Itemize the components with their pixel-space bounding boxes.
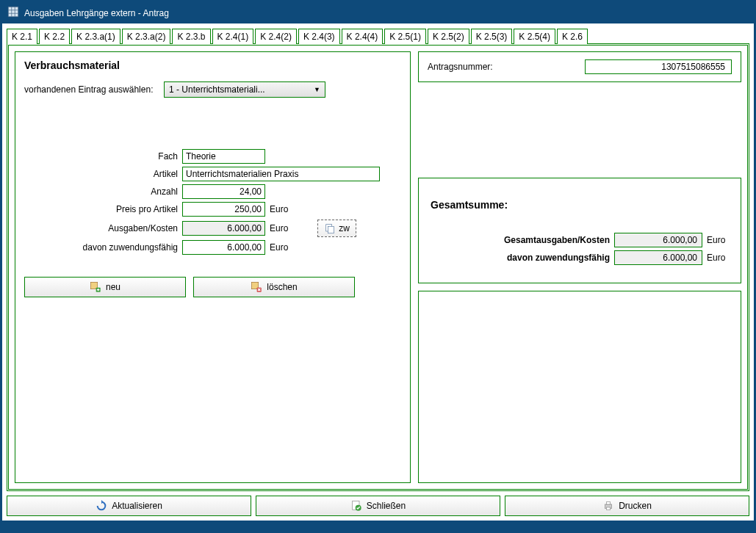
main-panel: Verbrauchsmaterial vorhandenen Eintrag a…	[7, 43, 749, 491]
svg-rect-0	[8, 7, 18, 17]
svg-rect-19	[606, 502, 610, 504]
copy-icon	[324, 222, 336, 234]
ausgaben-value	[182, 221, 265, 236]
fach-input[interactable]	[182, 149, 265, 164]
selector-label: vorhandenen Eintrag auswählen:	[24, 84, 156, 95]
antragsnummer-label: Antragsnummer:	[428, 62, 493, 72]
anzahl-label: Anzahl	[24, 186, 182, 197]
add-icon	[90, 281, 101, 293]
tab-bar: K 2.1K 2.2K 2.3.a(1)K 2.3.a(2)K 2.3.bK 2…	[7, 28, 749, 43]
tab-k252[interactable]: K 2.5(2)	[428, 29, 469, 44]
ausgaben-label: Ausgaben/Kosten	[24, 223, 182, 233]
section-title: Verbrauchsmaterial	[24, 59, 401, 71]
tab-k241[interactable]: K 2.4(1)	[212, 29, 254, 44]
summary-title: Gesamtsumme:	[431, 199, 729, 211]
svg-marker-15	[101, 500, 104, 504]
dropdown-value: 1 - Unterrichtsmateriali...	[169, 84, 265, 95]
aktualisieren-button[interactable]: Aktualisieren	[7, 496, 251, 516]
titlebar: Ausgaben Lehrgänge extern - Antrag	[2, 2, 754, 23]
neu-button[interactable]: neu	[24, 277, 186, 297]
gesamt-label: Gesamtausgaben/Kosten	[504, 235, 610, 245]
gesamt-unit: Euro	[707, 235, 729, 245]
artikel-input[interactable]	[182, 167, 380, 181]
empty-panel	[418, 291, 741, 483]
zw-button[interactable]: zw	[317, 220, 356, 237]
drucken-button[interactable]: Drucken	[505, 496, 749, 516]
sum-zuwendung-unit: Euro	[707, 253, 729, 263]
preis-input[interactable]	[182, 202, 265, 217]
tab-k254[interactable]: K 2.5(4)	[514, 29, 555, 44]
close-doc-icon	[350, 500, 362, 512]
summary-box: Gesamtsumme: Gesamtausgaben/Kosten 6.000…	[418, 178, 741, 283]
window-title: Ausgaben Lehrgänge extern - Antrag	[24, 8, 169, 18]
tab-k23a2[interactable]: K 2.3.a(2)	[122, 29, 171, 44]
tab-k242[interactable]: K 2.4(2)	[255, 29, 297, 44]
refresh-icon	[96, 500, 107, 512]
delete-icon	[251, 281, 262, 293]
sum-zuwendung-label: davon zuwendungsfähig	[507, 253, 610, 263]
svg-rect-20	[606, 507, 610, 510]
zuwendung-unit: Euro	[270, 242, 288, 253]
svg-rect-6	[328, 226, 334, 233]
tab-k251[interactable]: K 2.5(1)	[384, 29, 426, 44]
preis-label: Preis pro Artikel	[24, 204, 182, 214]
zuwendung-input[interactable]	[182, 240, 265, 255]
tab-k244[interactable]: K 2.4(4)	[342, 29, 384, 44]
zuwendung-label: davon zuwendungsfähig	[24, 242, 182, 253]
bottom-bar: Aktualisieren Schließen Drucken	[7, 496, 749, 516]
antragsnummer-value: 1307515086555	[585, 59, 732, 74]
app-icon	[7, 5, 20, 21]
left-panel: Verbrauchsmaterial vorhandenen Eintrag a…	[15, 51, 411, 483]
gesamt-value: 6.000,00	[614, 233, 702, 247]
tab-k26[interactable]: K 2.6	[557, 29, 588, 44]
tab-k253[interactable]: K 2.5(3)	[471, 29, 513, 44]
sum-zuwendung-value: 6.000,00	[614, 250, 702, 265]
right-panel: Antragsnummer: 1307515086555 Gesamtsumme…	[418, 51, 741, 483]
fach-label: Fach	[24, 151, 182, 162]
tab-k21[interactable]: K 2.1	[7, 29, 37, 44]
artikel-label: Artikel	[24, 169, 182, 179]
tab-k23a1[interactable]: K 2.3.a(1)	[71, 29, 120, 44]
anzahl-input[interactable]	[182, 184, 265, 199]
entry-dropdown[interactable]: 1 - Unterrichtsmateriali... ▼	[164, 81, 325, 98]
ausgaben-unit: Euro	[270, 223, 288, 233]
loeschen-button[interactable]: löschen	[193, 277, 355, 297]
tab-k23b[interactable]: K 2.3.b	[172, 29, 210, 44]
tab-k243[interactable]: K 2.4(3)	[298, 29, 340, 44]
schliessen-button[interactable]: Schließen	[256, 496, 500, 516]
chevron-down-icon: ▼	[314, 86, 320, 93]
antragsnummer-box: Antragsnummer: 1307515086555	[418, 51, 741, 82]
print-icon	[602, 500, 614, 512]
tab-k22[interactable]: K 2.2	[39, 29, 70, 44]
preis-unit: Euro	[270, 204, 288, 214]
